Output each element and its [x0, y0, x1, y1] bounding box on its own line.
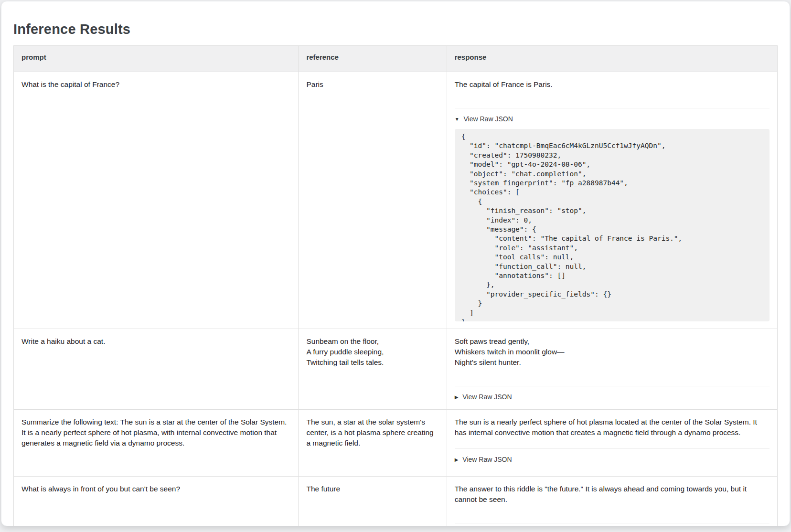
response-cell: The sun is a nearly perfect sphere of ho…: [447, 409, 777, 476]
results-table: prompt reference response What is the ca…: [13, 45, 778, 526]
reference-text: Sunbeam on the floor, A furry puddle sle…: [306, 336, 438, 368]
view-raw-json-toggle[interactable]: ▼ View Raw JSON: [455, 115, 770, 124]
table-row: Summarize the following text: The sun is…: [14, 409, 778, 476]
reference-cell: The future: [299, 476, 447, 526]
view-raw-json-label: View Raw JSON: [462, 455, 512, 465]
view-raw-json-label: View Raw JSON: [462, 393, 512, 402]
reference-text: Paris: [306, 79, 438, 90]
prompt-text: What is the capital of France?: [21, 79, 290, 90]
reference-cell: Paris: [299, 72, 447, 329]
raw-json-block: { "id": "chatcmpl-BmqEac6cM4kGLznU5Ccf1w…: [455, 129, 770, 321]
divider: [455, 523, 770, 523]
prompt-text: Summarize the following text: The sun is…: [21, 417, 290, 448]
prompt-cell: What is always in front of you but can't…: [14, 476, 299, 526]
reference-cell: The sun, a star at the solar system's ce…: [299, 409, 447, 476]
table-row: Write a haiku about a cat. Sunbeam on th…: [14, 329, 778, 409]
prompt-cell: Summarize the following text: The sun is…: [14, 409, 299, 476]
response-cell: The capital of France is Paris. ▼ View R…: [447, 72, 777, 329]
reference-cell: Sunbeam on the floor, A furry puddle sle…: [299, 329, 447, 409]
divider: [455, 386, 770, 386]
prompt-cell: What is the capital of France?: [14, 72, 299, 329]
response-cell: Soft paws tread gently, Whiskers twitch …: [447, 329, 777, 409]
view-raw-json-label: View Raw JSON: [464, 115, 513, 124]
triangle-right-icon: ▶: [455, 458, 459, 462]
response-text: The answer to this riddle is "the future…: [455, 484, 770, 505]
reference-text: The future: [306, 484, 438, 494]
divider: [455, 448, 770, 449]
response-text: Soft paws tread gently, Whiskers twitch …: [455, 336, 770, 368]
divider: [455, 108, 770, 108]
prompt-text: What is always in front of you but can't…: [21, 484, 290, 494]
view-raw-json-toggle[interactable]: ▶ View Raw JSON: [455, 455, 770, 465]
column-header-prompt: prompt: [14, 46, 299, 72]
response-text: The capital of France is Paris.: [455, 79, 770, 90]
page-title: Inference Results: [13, 21, 778, 37]
view-raw-json-toggle[interactable]: ▶ View Raw JSON: [455, 393, 770, 402]
triangle-right-icon: ▶: [455, 395, 459, 400]
column-header-response: response: [447, 46, 777, 72]
response-text: The sun is a nearly perfect sphere of ho…: [455, 417, 770, 438]
triangle-down-icon: ▼: [455, 117, 460, 122]
column-header-reference: reference: [299, 46, 447, 72]
results-card: Inference Results prompt reference respo…: [1, 1, 790, 526]
prompt-text: Write a haiku about a cat.: [21, 336, 290, 347]
header-row: prompt reference response: [14, 46, 778, 72]
response-cell: The answer to this riddle is "the future…: [447, 476, 777, 526]
table-row: What is always in front of you but can't…: [14, 476, 778, 526]
table-row: What is the capital of France? Paris The…: [14, 72, 778, 329]
prompt-cell: Write a haiku about a cat.: [14, 329, 299, 409]
reference-text: The sun, a star at the solar system's ce…: [306, 417, 438, 448]
